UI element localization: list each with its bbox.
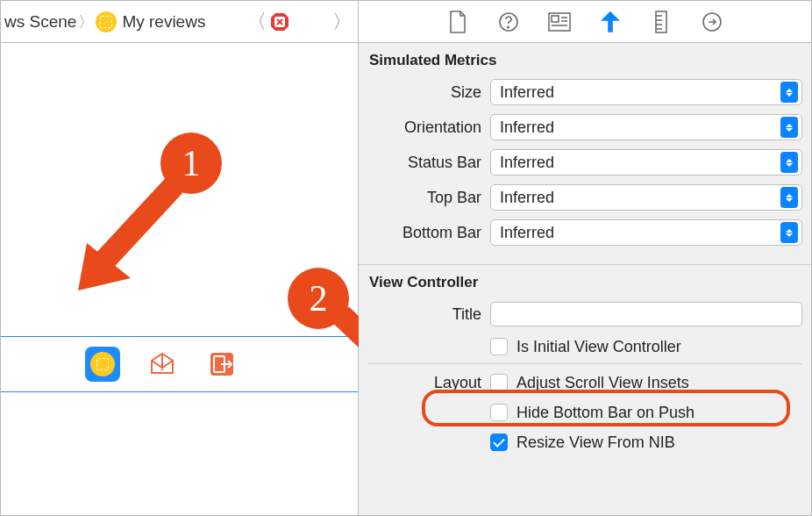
- layout-label: Layout: [367, 374, 481, 392]
- bottombar-popup[interactable]: Inferred: [490, 219, 802, 246]
- chevron-updown-icon: [780, 117, 798, 138]
- hide-bottom-checkbox[interactable]: [490, 404, 508, 421]
- size-popup[interactable]: Inferred: [490, 79, 802, 105]
- viewcontroller-scene-icon[interactable]: [85, 347, 120, 382]
- size-label: Size: [367, 83, 481, 102]
- breadcrumb-text: ws Scene: [4, 12, 76, 32]
- title-label: Title: [367, 305, 481, 324]
- connections-inspector-tab[interactable]: [700, 10, 724, 34]
- chevron-updown-icon: [780, 187, 798, 208]
- viewcontroller-icon: [96, 11, 117, 32]
- section-header-view-controller: View Controller: [359, 265, 811, 297]
- help-inspector-tab[interactable]: [496, 10, 521, 34]
- identity-inspector-tab[interactable]: [547, 10, 572, 34]
- nav-back-button[interactable]: 〈: [245, 9, 269, 35]
- size-inspector-tab[interactable]: [649, 10, 673, 34]
- path-bar: ws Scene 〉 My reviews 〈 〉: [1, 1, 358, 43]
- statusbar-popup[interactable]: Inferred: [490, 149, 802, 176]
- attributes-inspector-tab[interactable]: [598, 10, 623, 34]
- breadcrumb-segment[interactable]: My reviews: [96, 11, 205, 32]
- chevron-updown-icon: [780, 222, 798, 243]
- svg-point-8: [508, 26, 509, 28]
- first-responder-icon[interactable]: 1: [145, 347, 180, 382]
- exit-icon[interactable]: [204, 347, 239, 382]
- orientation-label: Orientation: [367, 118, 481, 137]
- adjust-insets-checkbox[interactable]: [490, 374, 508, 391]
- chevron-updown-icon: [780, 82, 798, 103]
- hide-bottom-label: Hide Bottom Bar on Push: [516, 404, 694, 422]
- breadcrumb-text: My reviews: [122, 12, 205, 32]
- bottombar-label: Bottom Bar: [367, 224, 481, 242]
- file-inspector-tab[interactable]: [445, 10, 470, 34]
- annotation-arrow-1: [75, 178, 189, 292]
- statusbar-label: Status Bar: [367, 154, 481, 172]
- topbar-label: Top Bar: [367, 189, 481, 207]
- scene-header[interactable]: 1: [1, 336, 358, 392]
- svg-rect-10: [552, 16, 559, 22]
- breadcrumb-segment[interactable]: ws Scene: [4, 12, 76, 32]
- orientation-popup[interactable]: Inferred: [490, 114, 802, 140]
- resize-nib-label: Resize View From NIB: [516, 434, 675, 452]
- title-input[interactable]: [490, 302, 802, 326]
- resize-nib-checkbox[interactable]: [490, 434, 508, 451]
- is-initial-checkbox[interactable]: [490, 338, 508, 355]
- svg-text:1: 1: [160, 362, 165, 372]
- chevron-updown-icon: [780, 152, 798, 173]
- adjust-insets-label: Adjust Scroll View Insets: [516, 374, 689, 392]
- chevron-right-icon: 〉: [76, 11, 96, 32]
- nav-forward-button[interactable]: 〉: [330, 9, 354, 35]
- section-header-simulated-metrics: Simulated Metrics: [359, 43, 811, 75]
- is-initial-label: Is Initial View Controller: [516, 338, 681, 356]
- topbar-popup[interactable]: Inferred: [490, 184, 802, 211]
- nav-stop-button[interactable]: [269, 11, 290, 32]
- inspector-tabbar: [359, 1, 811, 43]
